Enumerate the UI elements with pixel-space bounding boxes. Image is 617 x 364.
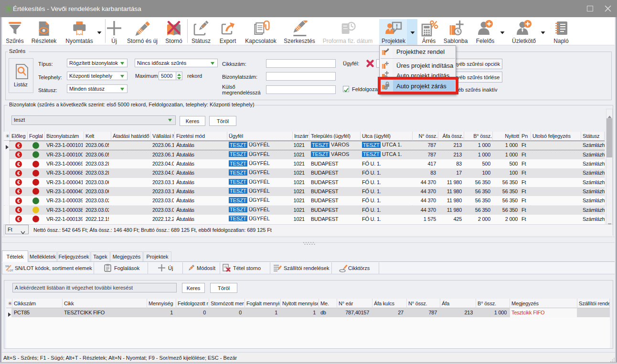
svg-text:€: € xyxy=(17,217,20,222)
svg-text:€: € xyxy=(17,161,20,166)
svg-text:€: € xyxy=(17,170,20,176)
svg-text:SN: SN xyxy=(5,265,9,268)
svg-text:LOT: LOT xyxy=(8,269,13,272)
svg-text:€: € xyxy=(17,152,20,157)
svg-text:€: € xyxy=(17,180,20,185)
svg-text:€: € xyxy=(17,189,20,194)
svg-text:€: € xyxy=(17,208,20,213)
svg-text:€: € xyxy=(17,198,20,203)
